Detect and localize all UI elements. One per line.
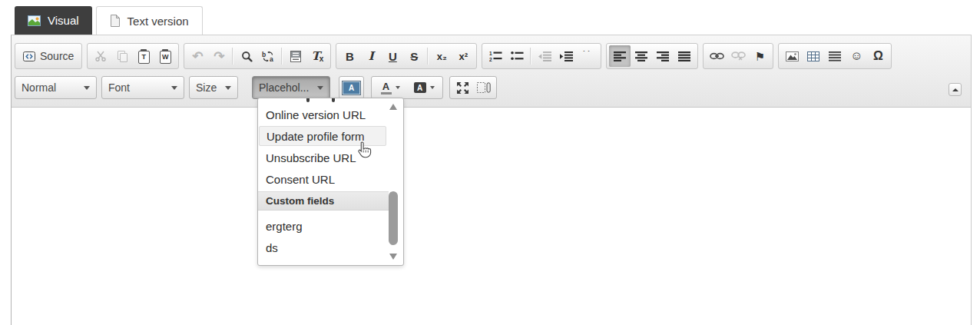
align-left-button[interactable]: [609, 45, 631, 67]
dropdown-item-update-profile-form[interactable]: Update profile form: [259, 126, 386, 146]
tab-text-version[interactable]: Text version: [96, 6, 203, 35]
horizontal-rule-icon: [829, 51, 841, 61]
collapse-toolbar-button[interactable]: [949, 83, 962, 96]
scrollbar-thumb[interactable]: [389, 191, 398, 245]
chevron-down-icon: [396, 86, 400, 89]
indent-icon: [560, 51, 573, 61]
svg-text:2: 2: [489, 57, 492, 62]
blockquote-icon: ”: [582, 51, 594, 61]
tab-visual[interactable]: Visual: [15, 6, 92, 35]
placeholder-select[interactable]: Placehol...: [252, 76, 330, 99]
scroll-up-arrow-icon[interactable]: [389, 104, 397, 110]
toolbar-row-1: Source T: [15, 43, 966, 69]
chevron-down-icon: [84, 86, 90, 90]
flag-icon: ⚑: [755, 51, 765, 62]
italic-icon: I: [369, 51, 374, 62]
scissors-icon: [95, 51, 106, 61]
clipped-text-fragment: [306, 98, 310, 102]
group-history-find: ↶ ↷ b: [184, 43, 331, 69]
italic-button[interactable]: I: [360, 45, 382, 67]
bold-icon: B: [346, 51, 354, 62]
visual-image-icon: [28, 15, 41, 26]
dropdown-item-unsubscribe-url[interactable]: Unsubscribe URL: [258, 147, 389, 168]
align-right-button[interactable]: [652, 45, 674, 67]
paste-as-text-button[interactable]: T: [133, 45, 154, 67]
text-document-icon: [110, 15, 121, 27]
align-center-button[interactable]: [631, 45, 652, 67]
paste-word-icon: W: [160, 51, 171, 64]
dropdown-item-ds[interactable]: ds: [258, 237, 389, 258]
tab-visual-label: Visual: [48, 14, 79, 27]
horizontal-rule-button[interactable]: [824, 45, 846, 67]
remove-format-button[interactable]: T x: [306, 45, 328, 67]
chevron-down-icon: [430, 86, 435, 89]
group-alignment: [606, 43, 698, 69]
chevron-down-icon: [225, 86, 231, 90]
insert-field-button[interactable]: A: [339, 76, 364, 99]
paste-text-icon: T: [138, 51, 150, 64]
image-icon: [786, 51, 799, 61]
smiley-button[interactable]: ☺: [846, 45, 867, 67]
copy-button[interactable]: [111, 45, 133, 67]
anchor-button[interactable]: ⚑: [749, 45, 770, 67]
unlink-button[interactable]: [727, 45, 749, 67]
superscript-button[interactable]: x²: [452, 45, 474, 67]
insert-table-button[interactable]: [803, 45, 824, 67]
scroll-down-arrow-icon[interactable]: [389, 254, 397, 260]
subscript-icon: x₂: [437, 51, 447, 62]
numbered-list-button[interactable]: 1 2: [485, 45, 506, 67]
tab-text-version-label: Text version: [127, 15, 189, 28]
maximize-button[interactable]: [452, 78, 473, 98]
size-select[interactable]: Size: [189, 76, 238, 99]
align-left-icon: [614, 51, 626, 61]
font-select-value: Font: [108, 81, 167, 94]
underline-button[interactable]: U: [382, 45, 403, 67]
replace-icon: b a: [261, 51, 275, 62]
align-right-icon: [657, 51, 669, 61]
dropdown-item-online-version-url[interactable]: Online version URL: [258, 104, 389, 125]
toolbar-row-2: Normal Font Size Placehol... A: [15, 76, 966, 99]
redo-button[interactable]: ↷: [208, 45, 230, 67]
superscript-icon: x²: [459, 51, 468, 62]
decrease-indent-button[interactable]: [534, 45, 555, 67]
dropdown-item-consent-url[interactable]: Consent URL: [258, 168, 389, 190]
copy-icon: [118, 51, 127, 61]
find-button[interactable]: [236, 45, 257, 67]
link-button[interactable]: [706, 45, 727, 67]
replace-button[interactable]: b a: [257, 45, 279, 67]
justify-button[interactable]: [674, 45, 695, 67]
group-clipboard: T W: [87, 43, 179, 69]
select-all-button[interactable]: [285, 45, 306, 67]
editor-content-area[interactable]: [12, 108, 971, 325]
cut-button[interactable]: [90, 45, 111, 67]
group-lists-indent: 1 2: [482, 43, 601, 69]
chevron-up-icon: [952, 88, 958, 91]
undo-button[interactable]: ↶: [187, 45, 208, 67]
special-char-button[interactable]: Ω: [867, 45, 889, 67]
placeholder-select-value: Placehol...: [259, 81, 313, 94]
bulleted-list-button[interactable]: [506, 45, 528, 67]
search-icon: [241, 51, 253, 62]
dropdown-item-ergterg[interactable]: ergterg: [258, 215, 389, 237]
source-button[interactable]: Source: [18, 45, 79, 67]
subscript-button[interactable]: x₂: [431, 45, 452, 67]
font-select[interactable]: Font: [101, 76, 184, 99]
clipped-list-item[interactable]: [258, 98, 403, 104]
maximize-icon: [457, 82, 468, 94]
show-blocks-button[interactable]: [473, 78, 495, 98]
insert-image-button[interactable]: [781, 45, 803, 67]
dropdown-scrollbar[interactable]: [388, 102, 399, 261]
strikethrough-button[interactable]: S: [403, 45, 425, 67]
group-source: Source: [15, 43, 82, 69]
placeholder-dropdown-panel: Online version URL Update profile form U…: [257, 98, 404, 266]
text-color-button[interactable]: A: [373, 78, 407, 98]
blockquote-button[interactable]: ”: [577, 45, 598, 67]
background-color-button[interactable]: A: [407, 78, 441, 98]
select-all-icon: [290, 51, 301, 62]
paragraph-format-select[interactable]: Normal: [15, 76, 97, 99]
source-label: Source: [40, 50, 74, 62]
group-insert: ☺ Ω: [778, 43, 892, 69]
bold-button[interactable]: B: [339, 45, 360, 67]
increase-indent-button[interactable]: [555, 45, 577, 67]
paste-from-word-button[interactable]: W: [154, 45, 176, 67]
